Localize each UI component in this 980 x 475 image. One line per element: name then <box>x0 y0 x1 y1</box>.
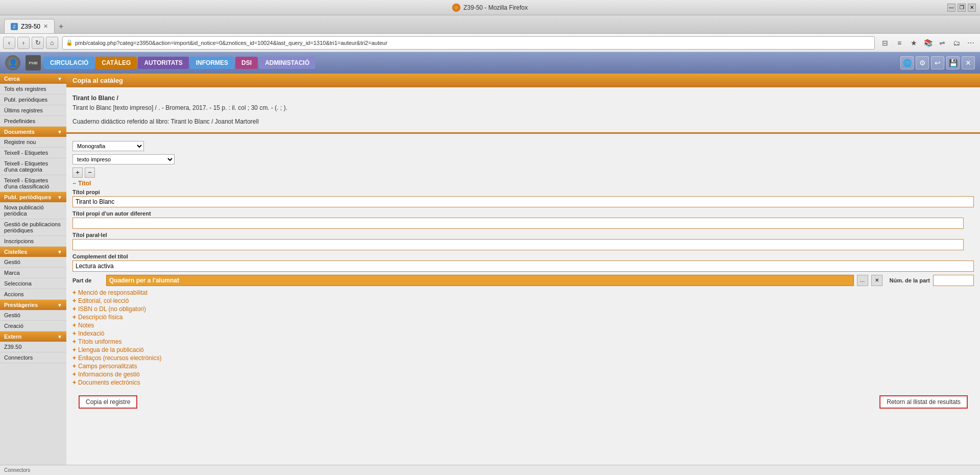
window-controls[interactable]: — ❐ ✕ <box>947 4 976 12</box>
expandable-titols[interactable]: + Títols uniformes <box>72 338 974 345</box>
sidebar-item-accions[interactable]: Accions <box>0 289 66 300</box>
sidebar-cerca-header[interactable]: Cerca ▼ <box>0 74 66 84</box>
sidebar-documents-header[interactable]: Documents ▼ <box>0 127 66 137</box>
refresh-button[interactable]: ↻ <box>32 37 44 49</box>
active-tab[interactable]: Z Z39-50 ✕ <box>4 19 55 33</box>
sidebar-item-z3950[interactable]: Z39.50 <box>0 342 66 352</box>
editorial-label: Editorial, col·lecció <box>78 297 129 304</box>
titol-paralel-input[interactable] <box>72 239 964 250</box>
expandable-documents[interactable]: + Documents electrònics <box>72 379 974 386</box>
type-select[interactable]: MonografiaPublicació periòdicaDocument e… <box>72 141 144 151</box>
nav-dsi[interactable]: DSI <box>235 57 258 69</box>
back-button[interactable]: ‹ <box>3 37 15 49</box>
sidebar-item-teixell-etiq[interactable]: Teixell - Etiquetes <box>0 148 66 158</box>
descripcio-label: Descripció física <box>78 314 122 321</box>
expandable-isbn[interactable]: + ISBN o DL (no obligatori) <box>72 305 974 313</box>
nav-autoritatis[interactable]: AUTORITATS <box>138 57 188 69</box>
sidebar-item-creacio[interactable]: Creació <box>0 321 66 331</box>
close-button[interactable]: ✕ <box>968 4 976 12</box>
container-icon[interactable]: 🗂 <box>950 37 963 49</box>
sidebar-item-gestio-prest[interactable]: Gestió <box>0 310 66 321</box>
app-header-right: 🌐 ⚙ ↩ 💾 ✕ <box>900 56 975 69</box>
header-icon-1[interactable]: 🌐 <box>900 56 914 69</box>
menu-icon[interactable]: ≡ <box>893 37 905 49</box>
expandable-editorial[interactable]: + Editorial, col·lecció <box>72 297 974 304</box>
nav-administracio[interactable]: ADMINISTACIÓ <box>259 57 315 69</box>
header-icon-4[interactable]: 💾 <box>946 56 960 69</box>
sidebar-item-marca[interactable]: Marca <box>0 268 66 278</box>
synced-tabs-icon[interactable]: ⇌ <box>936 37 948 49</box>
part-de-input[interactable] <box>106 275 854 286</box>
camps-label: Camps personalitzats <box>78 363 137 370</box>
sidebar-item-connectors[interactable]: Connectors <box>0 352 66 363</box>
minimize-button[interactable]: — <box>947 4 955 12</box>
expandable-informacions[interactable]: + Informacions de gestió <box>72 371 974 378</box>
titol-autor-input[interactable] <box>72 218 964 229</box>
titol-section-label[interactable]: Títol <box>78 180 91 187</box>
sidebar-item-gestio-cist[interactable]: Gestió <box>0 257 66 268</box>
isbn-label: ISBN o DL (no obligatori) <box>78 305 146 313</box>
titol-collapse-btn[interactable]: − <box>72 180 76 187</box>
sidebar-item-nova-pub[interactable]: Nova publicació periòdica <box>0 202 66 219</box>
expandable-enllacos[interactable]: + Enllaços (recursos electrònics) <box>72 354 974 362</box>
sidebar-item-gestio-pub[interactable]: Gestió de publicacions periòdiques <box>0 219 66 236</box>
connectors-status: Connectors <box>4 467 30 473</box>
complement-label: Complement del títol <box>72 253 974 259</box>
sidebar-extern-header[interactable]: Extern ▼ <box>0 331 66 342</box>
sidebar-item-registre-nou[interactable]: Registre nou <box>0 137 66 148</box>
sidebar-item-inscripcions[interactable]: Inscripcions <box>0 236 66 247</box>
sidebar-item-tots[interactable]: Tots els registres <box>0 84 66 94</box>
expandable-indexacio[interactable]: + Indexació <box>72 330 974 337</box>
sidebar-item-teixell-clas[interactable]: Teixell - Etiquetes d'una classificació <box>0 175 66 192</box>
notes-label: Notes <box>78 322 94 329</box>
maximize-button[interactable]: ❐ <box>958 4 966 12</box>
new-tab-button[interactable]: + <box>55 20 67 33</box>
browser-titlebar: Z39-50 - Mozilla Firefox — ❐ ✕ <box>0 0 980 15</box>
copy-register-button[interactable]: Copia el registre <box>79 395 137 409</box>
plus-icon-informacions: + <box>72 371 76 378</box>
sidebar-publ-header[interactable]: Publ. periòdiques ▼ <box>0 192 66 202</box>
overflow-icon[interactable]: ⋯ <box>965 37 977 49</box>
sidebar-item-selecciona[interactable]: Selecciona <box>0 278 66 289</box>
home-button[interactable]: ⌂ <box>46 37 58 49</box>
add-section-button[interactable]: + <box>72 168 83 178</box>
sidebar-item-publ-periodiques[interactable]: Publ. periòdiques <box>0 94 66 105</box>
library-icon[interactable]: 📚 <box>922 37 934 49</box>
plus-icon-isbn: + <box>72 305 76 313</box>
expandable-camps[interactable]: + Camps personalitzats <box>72 363 974 370</box>
num-part-input[interactable] <box>933 275 974 286</box>
plus-icon-descripcio: + <box>72 314 76 321</box>
expandable-mencio[interactable]: + Menció de responsabilitat <box>72 289 974 296</box>
expandable-descripcio[interactable]: + Descripció física <box>72 314 974 321</box>
header-icon-5[interactable]: ✕ <box>962 56 975 69</box>
sidebar-item-predefinides[interactable]: Predefinides <box>0 116 66 127</box>
remove-section-button[interactable]: − <box>85 168 95 178</box>
header-icon-3[interactable]: ↩ <box>931 56 944 69</box>
expandable-llengua[interactable]: + Llengua de la publicació <box>72 346 974 353</box>
nav-circulacio[interactable]: CIRCULACIÓ <box>44 57 94 69</box>
star-icon[interactable]: ★ <box>908 37 920 49</box>
toolbar-right: ⊟ ≡ ★ 📚 ⇌ 🗂 ⋯ <box>879 37 977 49</box>
header-icon-2[interactable]: ⚙ <box>916 56 929 69</box>
url-input[interactable] <box>75 40 871 46</box>
record-title: Tirant lo Blanc / <box>72 93 974 103</box>
part-de-clear-button[interactable]: ✕ <box>871 275 883 286</box>
complement-input[interactable] <box>72 260 974 272</box>
return-button[interactable]: Retorn al llistat de resultats <box>879 395 968 409</box>
firefox-logo <box>452 4 460 12</box>
sidebar-item-ultims[interactable]: Últims registres <box>0 105 66 116</box>
forward-button[interactable]: › <box>17 37 30 49</box>
bookmarks-sidebar-icon[interactable]: ⊟ <box>879 37 891 49</box>
titol-propi-group: Títol propi <box>72 189 974 207</box>
part-de-search-button[interactable]: … <box>857 275 868 286</box>
plus-icon-camps: + <box>72 363 76 370</box>
expandable-notes[interactable]: + Notes <box>72 322 974 329</box>
titol-propi-input[interactable] <box>72 196 974 207</box>
sidebar-prestag-header[interactable]: Prestàgeries ▼ <box>0 300 66 310</box>
sidebar-item-teixell-cat[interactable]: Teixell - Etiquetes d'una categoria <box>0 158 66 175</box>
tab-close-button[interactable]: ✕ <box>43 23 48 30</box>
nav-cataleg[interactable]: CATÀLEG <box>95 57 137 69</box>
nav-informes[interactable]: INFORMES <box>190 57 234 69</box>
sidebar-cistelles-header[interactable]: Cistelles ▼ <box>0 247 66 257</box>
format-select[interactable]: texto impresotexto electrònic <box>72 154 175 164</box>
